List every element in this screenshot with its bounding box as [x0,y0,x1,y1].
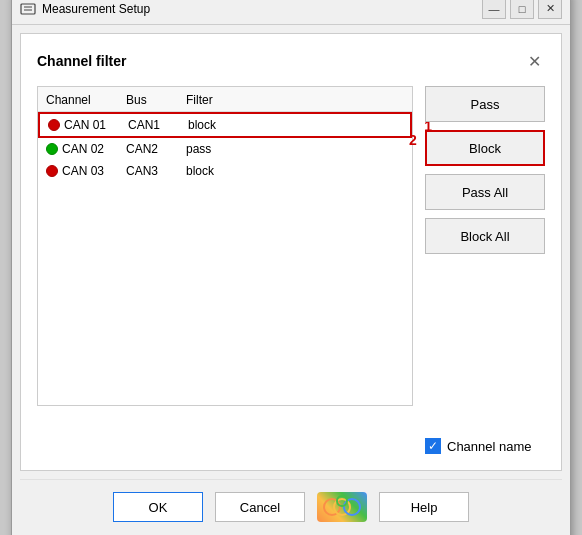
footer-bar: OK Cancel Help [20,479,562,534]
cell-filter-3: block [186,164,256,178]
cell-bus-3: CAN3 [126,164,186,178]
cell-channel-1: CAN 01 [48,118,128,132]
status-icon-block-1 [48,119,60,131]
table-row[interactable]: CAN 01 CAN1 block 1 [38,112,412,138]
channel-name-label: Channel name [447,439,532,454]
dialog-header: Channel filter ✕ [37,50,545,72]
watermark-logo [317,492,367,522]
dialog-close-button[interactable]: ✕ [523,50,545,72]
table-header-row: Channel Bus Filter [38,87,412,112]
table-row[interactable]: CAN 03 CAN3 block [38,160,412,182]
cell-filter-1: block [188,118,258,132]
svg-rect-0 [21,4,35,14]
table-row[interactable]: CAN 02 CAN2 pass [38,138,412,160]
window-title: Measurement Setup [42,2,482,16]
cell-channel-2: CAN 02 [46,142,126,156]
ok-button[interactable]: OK [113,492,203,522]
channel-name-checkbox[interactable]: ✓ [425,438,441,454]
minimize-button[interactable]: — [482,0,506,19]
table-container: Channel Bus Filter CAN 01 CAN1 [37,86,413,454]
status-icon-pass-2 [46,143,58,155]
pass-button[interactable]: Pass [425,86,545,122]
dialog-title: Channel filter [37,53,126,69]
maximize-button[interactable]: □ [510,0,534,19]
dialog: Channel filter ✕ Channel Bus Filter [20,33,562,471]
window-icon [20,1,36,17]
col-bus: Bus [126,93,186,107]
block-all-button[interactable]: Block All [425,218,545,254]
cell-bus-1: CAN1 [128,118,188,132]
side-buttons: Pass Block Pass All Block All ✓ Channel … [425,86,545,454]
cell-filter-2: pass [186,142,256,156]
cell-channel-3: CAN 03 [46,164,126,178]
status-icon-block-3 [46,165,58,177]
title-bar-controls: — □ ✕ [482,0,562,19]
channel-name-row: ✓ Channel name [425,430,545,454]
block-button[interactable]: Block [425,130,545,166]
checkbox-check-icon: ✓ [428,439,438,453]
col-filter: Filter [186,93,256,107]
pass-all-button[interactable]: Pass All [425,174,545,210]
window-close-button[interactable]: ✕ [538,0,562,19]
col-channel: Channel [46,93,126,107]
channel-table: Channel Bus Filter CAN 01 CAN1 [37,86,413,406]
window-frame: Measurement Setup — □ ✕ Channel filter ✕… [11,0,571,535]
cancel-button[interactable]: Cancel [215,492,305,522]
dialog-body: Channel Bus Filter CAN 01 CAN1 [37,86,545,454]
help-button[interactable]: Help [379,492,469,522]
cell-bus-2: CAN2 [126,142,186,156]
title-bar: Measurement Setup — □ ✕ [12,0,570,25]
side-buttons-panel: 2 Pass Block Pass All Block All ✓ Channe… [425,86,545,454]
annotation-2: 2 [409,132,417,148]
